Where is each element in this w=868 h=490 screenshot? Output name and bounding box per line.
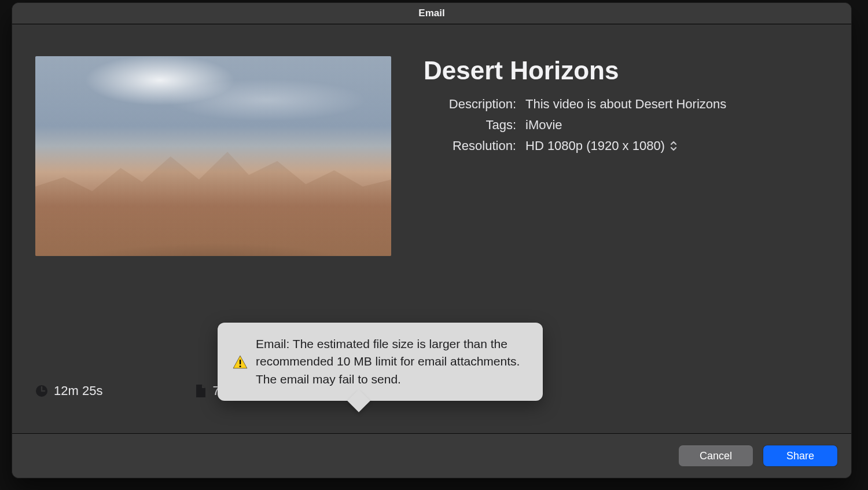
file-icon [195,384,207,398]
description-label: Description: [424,97,516,112]
tags-label: Tags: [424,118,516,133]
fields-grid: Description: This video is about Desert … [424,97,828,153]
warning-popover-text: Email: The estimated file size is larger… [256,335,528,388]
duration-value: 12m 25s [54,383,102,398]
description-value[interactable]: This video is about Desert Horizons [525,97,828,112]
cancel-button[interactable]: Cancel [679,445,753,466]
warning-popover: Email: The estimated file size is larger… [218,323,543,401]
resolution-select[interactable]: HD 1080p (1920 x 1080) [525,138,828,153]
clock-icon [35,385,48,397]
thumbnail-wrap [35,56,391,256]
warning-icon [233,335,248,388]
share-button[interactable]: Share [763,445,837,466]
email-share-dialog: Email Desert Horizons Description: This … [12,2,852,478]
project-title[interactable]: Desert Horizons [424,56,828,85]
video-thumbnail [35,56,391,256]
dialog-footer: Cancel Share [12,433,851,478]
resolution-label: Resolution: [424,138,516,153]
window-titlebar: Email [12,3,851,24]
dialog-content: Desert Horizons Description: This video … [12,24,851,433]
duration-info: 12m 25s [35,383,102,398]
metadata-panel: Desert Horizons Description: This video … [424,56,828,153]
tags-value[interactable]: iMovie [525,118,828,133]
stepper-icon [670,140,678,152]
resolution-value: HD 1080p (1920 x 1080) [525,138,665,153]
svg-rect-3 [240,359,241,364]
window-title: Email [418,8,444,19]
svg-point-4 [240,365,241,367]
